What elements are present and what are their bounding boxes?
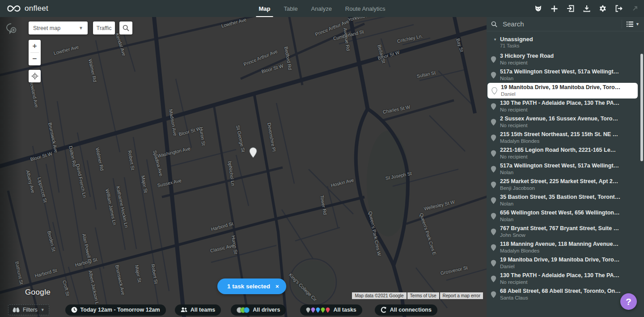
zoom-out-button[interactable]: − — [29, 53, 41, 65]
task-address: 68 Abell Street, 68 Abell Street, Toront… — [500, 288, 638, 295]
clock-icon — [71, 307, 77, 313]
teams-filter[interactable]: All teams — [175, 304, 221, 316]
left-edge-shade — [0, 17, 22, 317]
task-pin-icon — [487, 56, 500, 63]
task-address: 2221-165 Legion Road North, 2221-165 Le… — [500, 147, 638, 154]
list-view-toggle[interactable]: ▼ — [622, 20, 640, 29]
task-list: 3 Hickory Tree RoadNo recipient517a Well… — [487, 51, 644, 302]
onfleet-logo[interactable]: onfleet — [0, 4, 103, 13]
date-range-label: Today 12am - Tomorrow 12am — [80, 307, 160, 313]
task-row[interactable]: 130 The PATH - Adelaide Place, 130 The P… — [487, 99, 644, 114]
tab-analyze[interactable]: Analyze — [311, 0, 332, 17]
task-pin-icon — [487, 260, 500, 267]
report-map-error-link[interactable]: Report a map error — [440, 292, 483, 299]
zoom-in-button[interactable]: + — [29, 40, 41, 52]
topnav-tabs: MapTableAnalyzeRoute Analytics — [259, 0, 386, 17]
task-recipient: Nolan — [500, 75, 638, 81]
task-row[interactable]: 215 15th Street Northeast, 215 15th St. … — [487, 130, 644, 146]
task-pin-icon — [487, 119, 500, 126]
task-row[interactable]: 767 Bryant Street, 767 Bryant Street, Su… — [487, 224, 644, 240]
task-row[interactable]: 35 Bastion Street, 35 Bastion Street, To… — [487, 193, 644, 208]
task-recipient: Benji Jacobson — [500, 185, 638, 191]
sidebar-scrollbar[interactable] — [640, 54, 643, 161]
task-pins-icon — [306, 307, 330, 313]
map-search-button[interactable] — [119, 21, 132, 34]
tasks-label: All tasks — [333, 307, 356, 313]
map-canvas[interactable]: Lowther AveLowther AvePrince Arthur AveP… — [0, 17, 487, 317]
list-view-icon — [627, 21, 633, 27]
help-button[interactable]: ? — [620, 293, 637, 310]
task-pin-icon — [487, 166, 500, 173]
task-row[interactable]: 130 The PATH - Adelaide Place, 130 The P… — [487, 271, 644, 287]
connections-filter[interactable]: All connections — [375, 304, 437, 316]
task-address: 19 Manitoba Drive, 19 Manitoba Drive, To… — [501, 84, 631, 91]
task-recipient: No recipient — [500, 154, 638, 160]
task-address: 225 Market Street, 225 Market Street, Ap… — [500, 178, 638, 185]
task-row[interactable]: 19 Manitoba Drive, 19 Manitoba Drive, To… — [487, 83, 638, 99]
tab-route-analytics[interactable]: Route Analytics — [345, 0, 386, 17]
tab-map[interactable]: Map — [259, 0, 271, 17]
drivers-label: All drivers — [253, 307, 280, 313]
task-row[interactable]: 656 Wellington Street West, 656 Wellingt… — [487, 208, 644, 224]
task-sidebar: ▼ ▾ Unassigned 71 Tasks 3 Hickory Tree R… — [487, 17, 644, 317]
task-address: 517a Wellington Street West, 517a Wellin… — [500, 163, 638, 169]
task-pin-icon — [487, 244, 500, 251]
task-row[interactable]: 517a Wellington Street West, 517a Wellin… — [487, 161, 644, 177]
logout-icon[interactable] — [615, 5, 623, 13]
task-address: 118 Manning Avenue, 118 Manning Avenue… — [500, 241, 638, 248]
drivers-filter[interactable]: All drivers — [231, 304, 286, 316]
teams-label: All teams — [191, 307, 216, 313]
task-row[interactable]: 19 Manitoba Drive, 19 Manitoba Drive, To… — [487, 255, 644, 271]
binoculars-icon — [13, 307, 20, 313]
task-row[interactable]: 225 Market Street, 225 Market Street, Ap… — [487, 177, 644, 193]
task-row[interactable]: 118 Manning Avenue, 118 Manning Avenue…M… — [487, 240, 644, 255]
task-row[interactable]: 2 Sussex Avenue, 16 Sussex Avenue, Toro…… — [487, 114, 644, 130]
search-icon — [123, 25, 129, 31]
traffic-button[interactable]: Traffic — [93, 21, 115, 34]
selection-count-label: 1 task selected — [227, 283, 270, 290]
task-pin-icon — [487, 291, 500, 298]
task-recipient: Nolan — [500, 169, 638, 176]
announcement-bubble-icon[interactable] — [5, 22, 18, 34]
task-row[interactable]: 3 Hickory Tree RoadNo recipient — [487, 51, 644, 67]
task-address: 19 Manitoba Drive, 19 Manitoba Drive, To… — [500, 257, 638, 263]
task-recipient: Santa Claus — [500, 295, 638, 301]
unassigned-group-header[interactable]: ▾ Unassigned 71 Tasks — [487, 31, 644, 51]
chevron-down-icon: ▼ — [79, 26, 83, 30]
fox-head-icon[interactable] — [534, 5, 542, 13]
group-task-count: 71 Tasks — [500, 43, 533, 49]
map-layer-select[interactable]: Street map ▼ — [29, 21, 88, 34]
chevron-down-icon: ▼ — [41, 308, 45, 312]
task-address: 35 Bastion Street, 35 Bastion Street, To… — [500, 194, 638, 201]
task-pin-icon — [487, 72, 500, 79]
tasks-filter[interactable]: All tasks — [300, 304, 362, 316]
expand-icon[interactable] — [631, 5, 639, 13]
task-address: 3 Hickory Tree Road — [500, 53, 638, 60]
filters-button[interactable]: Filters ▼ — [8, 304, 49, 315]
search-icon — [491, 21, 497, 27]
selection-pill[interactable]: 1 task selected × — [217, 278, 286, 294]
search-input[interactable] — [502, 20, 622, 28]
infinity-icon — [7, 5, 21, 12]
map-data-label: Map data ©2021 Google — [352, 292, 406, 299]
add-icon[interactable] — [551, 5, 558, 13]
collapse-caret-icon[interactable]: ▾ — [490, 36, 500, 49]
task-row[interactable]: 2221-165 Legion Road North, 2221-165 Le…… — [487, 146, 644, 161]
task-recipient: No recipient — [500, 60, 638, 66]
chevron-down-icon: ▼ — [636, 22, 640, 26]
settings-gear-icon[interactable] — [599, 5, 606, 13]
map-attribution: Map data ©2021 Google Terms of Use Repor… — [352, 292, 483, 299]
locate-me-button[interactable] — [29, 70, 41, 82]
deselect-icon[interactable]: × — [275, 283, 279, 290]
google-logo: Google — [25, 288, 51, 297]
zoom-control: + − — [29, 40, 41, 65]
terms-of-use-link[interactable]: Terms of Use — [407, 292, 439, 299]
task-address: 130 The PATH - Adelaide Place, 130 The P… — [500, 100, 638, 107]
tab-table[interactable]: Table — [284, 0, 298, 17]
date-range-filter[interactable]: Today 12am - Tomorrow 12am — [65, 304, 166, 316]
task-row[interactable]: 517a Wellington Street West, 517a Wellin… — [487, 67, 644, 83]
task-map-marker[interactable] — [249, 147, 257, 160]
download-icon[interactable] — [583, 5, 590, 13]
import-icon[interactable] — [567, 5, 574, 13]
brand-name: onfleet — [25, 4, 48, 13]
